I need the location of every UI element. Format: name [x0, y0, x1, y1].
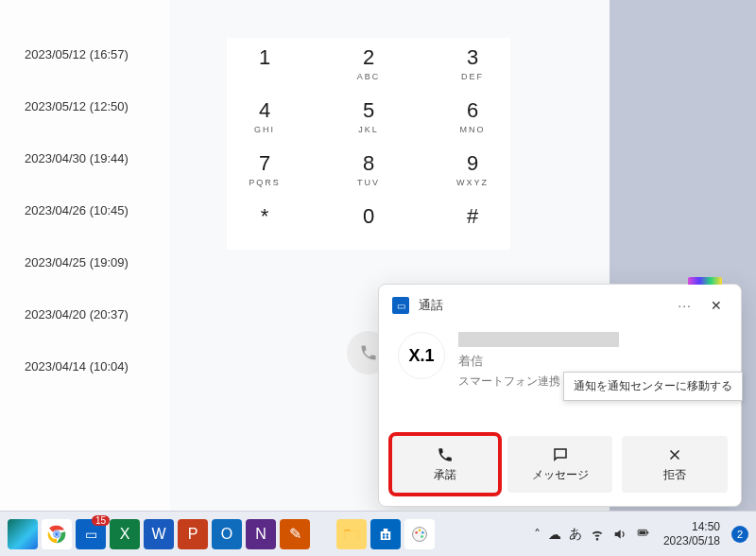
phone-icon [437, 446, 454, 463]
taskbar-explorer-icon[interactable] [336, 519, 367, 549]
call-history-panel: 2023/05/12 (16:57) 2023/05/12 (12:50) 20… [0, 0, 170, 511]
message-button[interactable]: メッセージ [507, 436, 613, 493]
accept-label: 承諾 [434, 467, 456, 483]
dialpad: 1 2ABC 3DEF 4GHI 5JKL 6MNO 7PQRS 8TUV 9W… [227, 38, 510, 250]
dialpad-key-hash[interactable]: # [444, 197, 501, 250]
taskbar-store-icon[interactable] [370, 519, 401, 549]
toast-close-button[interactable]: ✕ [705, 294, 728, 317]
message-label: メッセージ [532, 467, 589, 483]
dialpad-key-0[interactable]: 0 [340, 197, 397, 250]
svg-point-3 [55, 531, 59, 535]
toast-app-title: 通話 [419, 297, 443, 314]
call-status-label: 着信 [458, 353, 722, 370]
clock-time: 14:50 [663, 520, 720, 533]
dialpad-key-5[interactable]: 5JKL [340, 91, 397, 144]
taskbar-app-icon[interactable]: ✎ [280, 519, 310, 549]
taskbar-edge-icon[interactable] [8, 519, 38, 549]
dialpad-key-2[interactable]: 2ABC [340, 38, 397, 91]
call-history-item[interactable]: 2023/04/20 (20:37) [0, 288, 170, 340]
taskbar-clock[interactable]: 14:50 2023/05/18 [663, 520, 720, 547]
call-history-item[interactable]: 2023/04/25 (19:09) [0, 236, 170, 288]
network-icon[interactable] [590, 527, 605, 542]
dialpad-key-star[interactable]: * [236, 197, 293, 250]
dialpad-key-8[interactable]: 8TUV [340, 144, 397, 197]
system-tray[interactable]: ˄ ☁ あ 14:50 2023/05/18 2 [534, 520, 748, 547]
svg-point-6 [419, 529, 421, 531]
toast-accent [688, 277, 722, 285]
toast-more-button[interactable]: ··· [674, 294, 696, 317]
x-icon [666, 446, 683, 463]
svg-point-8 [421, 535, 423, 538]
call-history-item[interactable]: 2023/04/30 (19:44) [0, 132, 170, 184]
dialpad-key-1[interactable]: 1 [236, 38, 293, 91]
taskbar-chrome-icon[interactable] [42, 519, 72, 549]
dialpad-key-9[interactable]: 9WXYZ [444, 144, 501, 197]
phone-icon [359, 343, 378, 362]
call-history-item[interactable]: 2023/05/12 (12:50) [0, 80, 170, 132]
phone-link-badge: 15 [92, 515, 110, 526]
svg-point-5 [415, 531, 418, 534]
svg-rect-11 [639, 530, 645, 534]
dialpad-key-3[interactable]: 3DEF [444, 38, 501, 91]
phone-link-app-icon: ▭ [392, 297, 409, 314]
taskbar-excel-icon[interactable]: X [110, 519, 140, 549]
caller-avatar: X.1 [398, 332, 445, 379]
svg-rect-10 [647, 531, 648, 533]
incoming-call-toast: ▭ 通話 ··· ✕ X.1 着信 スマートフォン連携 経由 通知を通知センター… [378, 284, 742, 507]
call-history-item[interactable]: 2023/04/14 (10:04) [0, 340, 170, 392]
onedrive-icon[interactable]: ☁ [548, 527, 561, 542]
ime-indicator[interactable]: あ [569, 526, 582, 543]
taskbar-phone-link-icon[interactable]: ▭ 15 [76, 519, 106, 549]
taskbar-outlook-icon[interactable]: O [212, 519, 242, 549]
battery-icon[interactable] [635, 528, 652, 541]
call-history-item[interactable]: 2023/04/26 (10:45) [0, 184, 170, 236]
dialpad-key-7[interactable]: 7PQRS [236, 144, 293, 197]
taskbar-word-icon[interactable]: W [144, 519, 174, 549]
decline-label: 拒否 [663, 467, 686, 483]
dialpad-key-4[interactable]: 4GHI [236, 91, 293, 144]
chevron-up-icon[interactable]: ˄ [534, 527, 541, 542]
taskbar-app-icon[interactable]: N [246, 519, 276, 549]
clock-date: 2023/05/18 [663, 534, 720, 547]
volume-icon[interactable] [612, 527, 627, 542]
taskbar: ▭ 15 X W P O N ✎ ˄ ☁ あ 14: [0, 511, 756, 556]
decline-call-button[interactable]: 拒否 [622, 436, 728, 493]
notification-count-badge[interactable]: 2 [731, 526, 748, 543]
toast-tooltip: 通知を通知センターに移動する [563, 372, 743, 401]
taskbar-powerpoint-icon[interactable]: P [178, 519, 208, 549]
svg-point-7 [421, 531, 424, 534]
caller-name-redacted [458, 332, 619, 347]
message-icon [552, 446, 569, 463]
dialpad-key-6[interactable]: 6MNO [444, 91, 501, 144]
taskbar-paint-icon[interactable] [404, 519, 435, 549]
call-history-item[interactable]: 2023/05/12 (16:57) [0, 28, 170, 80]
accept-call-button[interactable]: 承諾 [392, 436, 498, 493]
